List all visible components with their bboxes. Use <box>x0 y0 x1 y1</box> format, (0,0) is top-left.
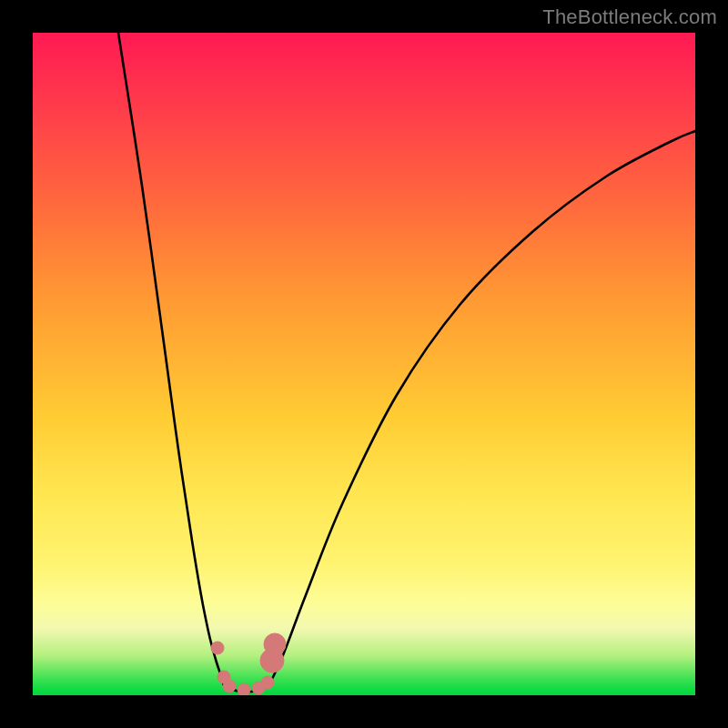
curve-path <box>118 33 695 692</box>
marker-group <box>211 633 286 695</box>
data-marker-7 <box>264 633 286 655</box>
chart-plot-area <box>33 33 695 695</box>
data-marker-5 <box>261 676 274 689</box>
data-marker-0 <box>211 642 224 654</box>
data-marker-2 <box>223 680 236 693</box>
data-marker-3 <box>238 683 250 695</box>
watermark-text: TheBottleneck.com <box>542 5 717 29</box>
bottleneck-curve-chart <box>33 33 695 695</box>
